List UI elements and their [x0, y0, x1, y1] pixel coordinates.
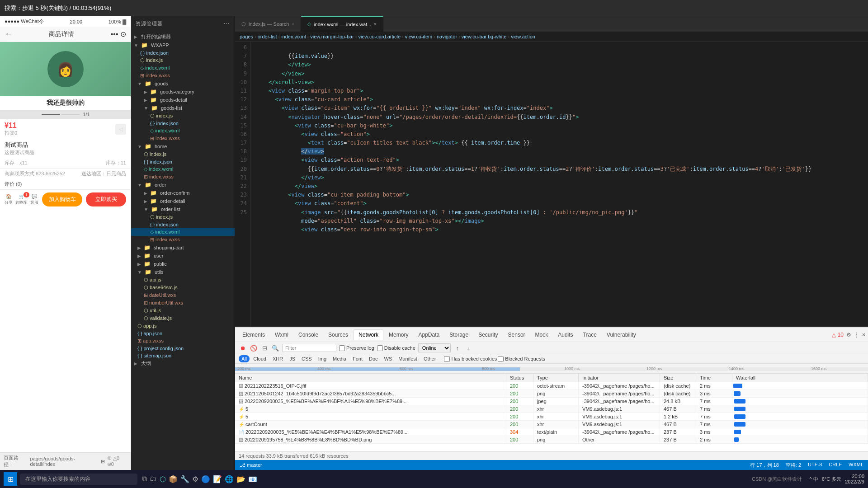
th-waterfall[interactable]: Waterfall — [732, 374, 868, 382]
file-utils-validatejs[interactable]: ⬡ validate.js — [131, 314, 235, 322]
devtools-tab-storage[interactable]: Storage — [445, 330, 473, 340]
devtools-tab-vulnerability[interactable]: Vulnerability — [602, 330, 641, 340]
folder-goods-category[interactable]: ▶ 📁 goods-category — [131, 88, 235, 96]
file-goodslist-indexwxss[interactable]: ⊞ index.wxss — [131, 135, 235, 142]
folder-order[interactable]: ▼ 📁 order — [131, 181, 235, 189]
breadcrumb-pages[interactable]: pages — [240, 34, 253, 39]
devtools-tab-memory[interactable]: Memory — [384, 330, 413, 340]
nf-tab-img[interactable]: Img — [316, 355, 329, 362]
app-icon-7[interactable]: 📂 — [236, 475, 245, 483]
network-row[interactable]: ⚡ 5 200 xhr VM9.asdebug.js:1 467 B 7 ms — [235, 405, 868, 413]
filter-input[interactable] — [282, 344, 336, 352]
devtools-tab-audits[interactable]: Audits — [553, 330, 577, 340]
file-orderlist-indexjson[interactable]: { } index.json — [131, 221, 235, 228]
taskview-icon[interactable]: ⧉ — [142, 475, 147, 483]
file-orderlist-indexwxss[interactable]: ⊞ index.wxss — [131, 236, 235, 244]
nf-tab-other[interactable]: Other — [421, 355, 439, 362]
file-appjs[interactable]: ⬡ app.js — [131, 322, 235, 330]
app-icon-8[interactable]: 📧 — [248, 475, 257, 483]
folder-goods-detail[interactable]: ▶ 📁 goods-detail — [131, 96, 235, 104]
devtools-tab-appdata[interactable]: AppData — [414, 330, 444, 340]
breadcrumb-cu-bar-bg-white[interactable]: view.cu-bar.bg-white — [462, 34, 507, 39]
file-home-indexjson[interactable]: { } index.json — [131, 158, 235, 165]
folder-shopping-cart[interactable]: ▶ 📁 shopping-cart — [131, 244, 235, 252]
breadcrumb-margin-top-bar[interactable]: view.margin-top-bar — [310, 34, 354, 39]
nf-tab-all[interactable]: All — [239, 355, 250, 362]
folder-order-detail[interactable]: ▶ 📁 order-detail — [131, 197, 235, 205]
file-utils-base64[interactable]: ⬡ base64src.js — [131, 284, 235, 291]
folder-order-confirm[interactable]: ▶ 📁 order-confirm — [131, 189, 235, 197]
file-utils-dateutil[interactable]: ⊞ dateUtil.wxs — [131, 291, 235, 299]
nf-tab-cloud[interactable]: Cloud — [250, 355, 269, 362]
devtools-more-icon[interactable]: ⋮ — [854, 332, 859, 338]
nf-tab-xhr[interactable]: XHR — [270, 355, 286, 362]
file-orderlist-indexjs[interactable]: ⬡ index.js — [131, 213, 235, 221]
file-projectconfig[interactable]: { } project.config.json — [131, 345, 235, 352]
devtools-tab-elements[interactable]: Elements — [238, 330, 269, 340]
file-root-indexwxss[interactable]: ⊞ index.wxss — [131, 72, 235, 80]
network-row[interactable]: 🖼 20211205001242_1b4c510fd9f9d72ac2f3857… — [235, 390, 868, 398]
blocked-requests-checkbox[interactable]: Blocked Requests — [498, 356, 545, 362]
service-icon-btn[interactable]: 💬 客服 — [30, 194, 38, 206]
file-utils-apijs[interactable]: ⬡ api.js — [131, 276, 235, 284]
share-icon-btn[interactable]: 🏠 分享 — [5, 194, 13, 206]
export-button[interactable]: ↓ — [464, 344, 472, 352]
file-home-indexwxml[interactable]: ◇ index.wxml — [131, 165, 235, 173]
folder-goods[interactable]: ▼ 📁 goods — [131, 80, 235, 88]
close-tab-1[interactable]: × — [292, 22, 294, 27]
tab-indexjs-search[interactable]: ⬡ index.js — Search × — [235, 16, 301, 32]
page-path-icon[interactable]: ⊞ — [101, 459, 105, 465]
th-size[interactable]: Size — [660, 374, 696, 382]
file-goodslist-indexjs[interactable]: ⬡ index.js — [131, 112, 235, 120]
file-home-indexwxss[interactable]: ⊞ index.wxss — [131, 173, 235, 181]
group-open-editors[interactable]: ▶ 打开的编辑器 — [131, 33, 235, 41]
devtools-tab-network[interactable]: Network — [354, 329, 383, 340]
file-goodslist-indexwxml[interactable]: ◇ index.wxml — [131, 127, 235, 135]
clear-button[interactable]: 🚫 — [250, 344, 258, 352]
devtools-tab-sensor[interactable]: Sensor — [504, 330, 530, 340]
th-name[interactable]: Name — [235, 374, 506, 382]
devtools-tab-sources[interactable]: Sources — [324, 330, 353, 340]
folder-home[interactable]: ▼ 📁 home — [131, 142, 235, 150]
app-icon-1[interactable]: 📦 — [169, 475, 178, 483]
error-count[interactable]: △ 10 — [832, 332, 844, 338]
nf-tab-js[interactable]: JS — [287, 355, 298, 362]
app-icon-4[interactable]: 🔵 — [201, 475, 210, 483]
breadcrumb-indexwxml[interactable]: index.wxml — [281, 34, 306, 39]
file-goodslist-indexjson[interactable]: { } index.json — [131, 120, 235, 127]
th-type[interactable]: Type — [533, 374, 579, 382]
breadcrumb-view-action[interactable]: view.action — [511, 34, 535, 39]
folder-goods-list[interactable]: ▼ 📁 goods-list — [131, 104, 235, 112]
close-tab-2[interactable]: × — [374, 22, 377, 27]
throttle-select[interactable]: Online Fast 3G Slow 3G — [418, 343, 451, 352]
tab-indexwxml-active[interactable]: ◇ index.wxml — index.wat... × — [301, 16, 383, 32]
nf-tab-css[interactable]: CSS — [299, 355, 315, 362]
folder-user[interactable]: ▶ 📁 user — [131, 252, 235, 260]
breadcrumb-order-list[interactable]: order-list — [258, 34, 277, 39]
th-time[interactable]: Time — [696, 374, 732, 382]
devtools-tab-security[interactable]: Security — [474, 330, 502, 340]
record-button[interactable]: ⏺ — [239, 344, 247, 352]
network-row[interactable]: ⚡ cartCount 200 xhr VM9.asdebug.js:1 467… — [235, 421, 868, 428]
file-root-indexjson[interactable]: { } index.json — [131, 49, 235, 56]
network-row[interactable]: 📄 20220209200035_%E5%BE%AE%E4%BF%A1%E5%9… — [235, 428, 868, 436]
nf-tab-doc[interactable]: Doc — [366, 355, 381, 362]
nf-tab-font[interactable]: Font — [350, 355, 365, 362]
back-button[interactable]: ← — [5, 29, 13, 39]
folder-wxapp[interactable]: ▼ 📁 WXAPP — [131, 41, 235, 49]
th-status[interactable]: Status — [506, 374, 533, 382]
file-sitemap[interactable]: { } sitemap.json — [131, 352, 235, 359]
breadcrumb-navigator[interactable]: navigator — [437, 34, 457, 39]
file-orderlist-indexwxml[interactable]: ◇ index.wxml — [131, 228, 235, 236]
add-to-cart-button[interactable]: 加入购物车 — [42, 192, 82, 206]
share-button[interactable]: ◁ — [115, 124, 126, 135]
nf-tab-manifest[interactable]: Manifest — [396, 355, 420, 362]
folder-utils[interactable]: ▼ 📁 utils — [131, 268, 235, 276]
app-icon-2[interactable]: 🔧 — [180, 475, 189, 483]
preserve-log-checkbox[interactable]: Preserve log — [339, 345, 374, 351]
file-manager-icon[interactable]: 🗂 — [150, 475, 157, 483]
devtools-tab-trace[interactable]: Trace — [579, 330, 601, 340]
header-more[interactable]: ••• ⊙ — [111, 30, 126, 38]
vscode-icon[interactable]: ⬡ — [160, 475, 166, 483]
devtools-settings-icon[interactable]: ⚙ — [846, 332, 851, 338]
